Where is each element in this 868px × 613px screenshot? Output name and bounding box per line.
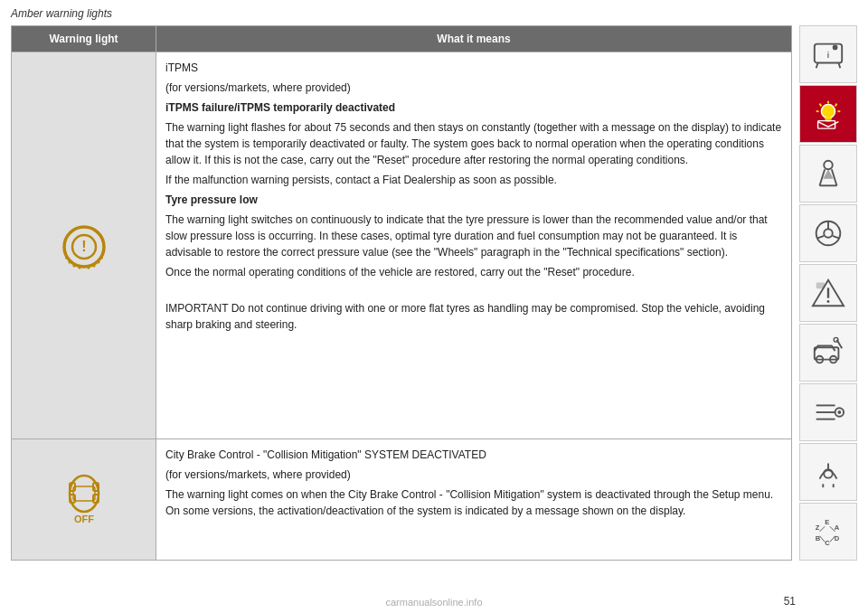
table-row: OFF City Brake Control - "Collision Miti…	[12, 439, 792, 561]
sidebar: i	[799, 25, 857, 561]
svg-text:OFF: OFF	[74, 514, 94, 524]
tpms-icon-cell: !	[12, 52, 156, 439]
svg-point-10	[97, 261, 99, 264]
svg-point-7	[78, 267, 80, 269]
cbc-icon-cell: OFF	[12, 439, 156, 561]
svg-text:C: C	[825, 539, 830, 547]
tpms-warning-icon: !	[52, 212, 116, 276]
car-info-icon: i	[811, 37, 845, 71]
svg-text:A: A	[835, 523, 840, 532]
sidebar-item-road-hazard[interactable]	[799, 264, 857, 322]
svg-point-50	[837, 410, 841, 414]
car-service-icon	[811, 335, 845, 370]
sidebar-item-seatbelt[interactable]	[799, 145, 857, 203]
svg-text:D: D	[835, 534, 840, 542]
svg-point-5	[68, 261, 71, 264]
svg-point-9	[92, 265, 95, 268]
col-header-warning-light: Warning light	[12, 26, 156, 52]
svg-point-4	[65, 257, 68, 259]
sidebar-item-steering[interactable]	[799, 204, 857, 262]
svg-line-37	[833, 236, 840, 239]
svg-text:i: i	[827, 51, 829, 60]
svg-point-13	[70, 476, 99, 512]
sidebar-item-car-service[interactable]	[799, 324, 857, 382]
steering-wheel-icon	[811, 216, 845, 250]
alphabet-icon: Z E A B C D	[811, 514, 845, 549]
warning-light-active-icon	[811, 97, 845, 131]
settings-list-icon	[811, 395, 845, 429]
svg-point-34	[824, 229, 833, 238]
svg-point-12	[101, 251, 104, 254]
svg-line-27	[820, 104, 822, 107]
page-title: Amber warning lights	[0, 0, 868, 25]
svg-rect-18	[93, 495, 99, 503]
svg-rect-14	[73, 486, 95, 501]
cbc-warning-icon: OFF	[52, 467, 116, 530]
svg-point-39	[827, 300, 830, 303]
col-header-what-it-means: What it means	[156, 26, 792, 52]
table-row: ! iTPMS	[12, 52, 792, 439]
svg-rect-24	[825, 118, 832, 120]
svg-rect-40	[816, 283, 826, 289]
svg-text:!: !	[81, 239, 86, 254]
watermark: carmanualsonline.info	[385, 597, 482, 608]
music-nav-icon	[811, 455, 845, 489]
page-number: 51	[784, 595, 796, 608]
sidebar-item-warning-light[interactable]	[799, 85, 857, 143]
svg-point-32	[824, 161, 833, 170]
svg-rect-17	[70, 495, 75, 503]
svg-line-29	[835, 104, 837, 107]
warning-light-table: Warning light What it means !	[11, 25, 792, 561]
svg-text:E: E	[825, 518, 829, 526]
svg-line-61	[820, 526, 826, 532]
road-hazard-icon	[811, 276, 845, 310]
svg-point-8	[87, 267, 90, 269]
cbc-content-cell: City Brake Control - "Collision Mitigati…	[156, 439, 792, 561]
seatbelt-icon	[811, 156, 845, 191]
tpms-content-cell: iTPMS (for versions/markets, where provi…	[156, 52, 792, 439]
svg-text:Z: Z	[816, 523, 820, 532]
svg-point-6	[72, 265, 75, 268]
svg-point-21	[833, 45, 838, 51]
sidebar-item-alphabet[interactable]: Z E A B C D	[799, 503, 857, 561]
sidebar-item-settings[interactable]	[799, 383, 857, 441]
svg-text:B: B	[816, 534, 821, 542]
svg-point-23	[821, 105, 835, 118]
svg-point-11	[100, 257, 103, 259]
sidebar-item-car-info[interactable]: i	[799, 25, 857, 83]
svg-line-36	[817, 236, 825, 239]
svg-point-3	[63, 251, 66, 254]
sidebar-item-music-nav[interactable]	[799, 443, 857, 501]
